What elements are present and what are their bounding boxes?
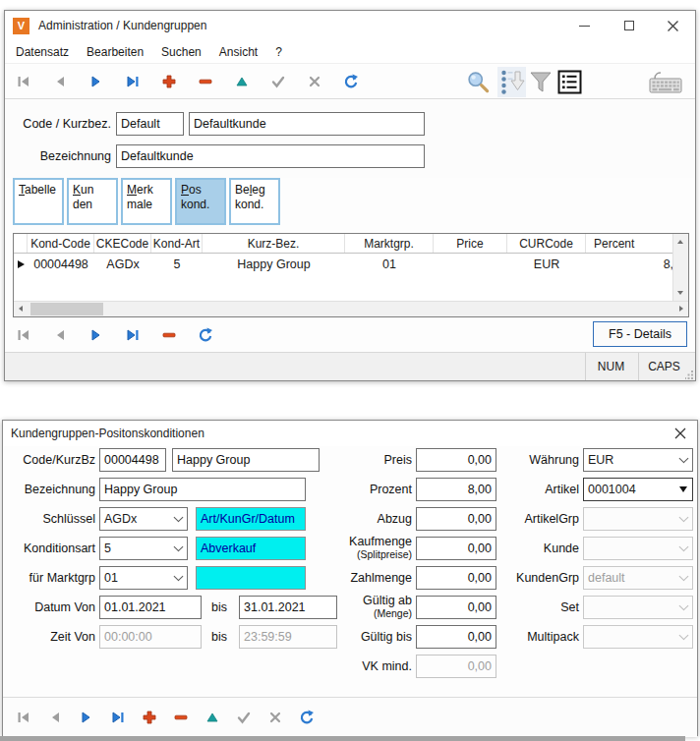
tab-kunden[interactable]: Kunden bbox=[67, 178, 118, 225]
vk-mind-field[interactable]: 0,00 bbox=[416, 655, 496, 678]
column-header[interactable]: Kond-Art bbox=[151, 234, 203, 253]
tab-label: abelle bbox=[25, 183, 56, 197]
bezeichnung-field[interactable]: Happy Group bbox=[99, 478, 306, 501]
cancel-button[interactable] bbox=[307, 74, 322, 89]
grid-next-button[interactable] bbox=[88, 327, 104, 343]
column-header[interactable]: CURCode bbox=[507, 234, 586, 253]
tab-accelerator: K bbox=[73, 183, 81, 197]
artikel-select[interactable]: 0001004 bbox=[583, 478, 693, 501]
grid-refresh-button[interactable] bbox=[198, 327, 213, 343]
grid-last-button[interactable] bbox=[125, 327, 141, 343]
dialog-close-button[interactable] bbox=[668, 423, 693, 444]
datum-bis-field[interactable]: 31.01.2021 bbox=[239, 596, 337, 619]
preis-field[interactable]: 0,00 bbox=[416, 448, 496, 472]
last-record-button[interactable] bbox=[125, 74, 141, 89]
close-button[interactable] bbox=[651, 11, 695, 40]
gueltig-bis-field[interactable]: 0,00 bbox=[416, 625, 496, 649]
menu-ansicht[interactable]: Ansicht bbox=[210, 43, 266, 61]
scroll-left-icon[interactable] bbox=[19, 306, 23, 312]
kaufmenge-label: Kaufmenge(Splitpreise) bbox=[327, 535, 412, 560]
grid-delete-button[interactable] bbox=[161, 327, 177, 343]
previous-record-button[interactable] bbox=[47, 710, 63, 725]
refresh-button[interactable] bbox=[343, 74, 359, 89]
next-record-button[interactable] bbox=[79, 710, 94, 725]
minimize-icon bbox=[579, 26, 590, 27]
horizontal-scrollbar[interactable] bbox=[14, 301, 688, 316]
schluessel-select[interactable]: AGDx bbox=[99, 507, 188, 531]
column-header[interactable]: Kurz-Bez. bbox=[203, 234, 345, 253]
column-header[interactable]: Marktgrp. bbox=[345, 234, 434, 253]
add-record-button[interactable] bbox=[142, 710, 157, 725]
first-record-button[interactable] bbox=[16, 710, 31, 725]
refresh-button[interactable] bbox=[299, 710, 315, 725]
abzug-field[interactable]: 0,00 bbox=[416, 507, 496, 531]
konditionsart-select[interactable]: 5 bbox=[99, 537, 188, 560]
sort-export-icon[interactable] bbox=[499, 69, 525, 94]
marktgrp-select[interactable]: 01 bbox=[99, 566, 188, 590]
list-view-icon[interactable] bbox=[557, 70, 582, 94]
menu-bar: Datensatz Bearbeiten Suchen Ansicht ? bbox=[7, 40, 695, 63]
cancel-button[interactable] bbox=[267, 710, 283, 725]
delete-record-button[interactable] bbox=[198, 74, 213, 89]
kaufmenge-field[interactable]: 0,00 bbox=[416, 537, 496, 560]
scroll-up-icon[interactable] bbox=[677, 240, 683, 244]
grid-first-button[interactable] bbox=[16, 327, 31, 343]
zeit-bis-field[interactable]: 23:59:59 bbox=[239, 625, 337, 649]
column-header[interactable]: Kond-Code bbox=[28, 234, 94, 253]
chevron-down-icon[interactable] bbox=[169, 508, 187, 530]
code-name-field[interactable]: Happy Group bbox=[172, 448, 320, 472]
tab-tabelle[interactable]: Tabelle bbox=[13, 178, 64, 225]
code-field[interactable]: Default bbox=[116, 112, 184, 136]
filter-icon[interactable] bbox=[529, 71, 553, 94]
waehrung-select[interactable]: EUR bbox=[583, 448, 693, 472]
f5-details-button[interactable]: F5 - Details bbox=[593, 321, 687, 347]
move-up-button[interactable] bbox=[204, 710, 220, 725]
scroll-down-icon[interactable] bbox=[677, 291, 683, 295]
main-window: V Administration / Kundengruppen Datensa… bbox=[4, 10, 696, 381]
tab-merkmale[interactable]: Merkmale bbox=[121, 178, 172, 225]
chevron-down-icon[interactable] bbox=[169, 567, 187, 589]
delete-record-button[interactable] bbox=[173, 710, 189, 725]
code-field[interactable]: 00004498 bbox=[99, 448, 166, 472]
first-record-button[interactable] bbox=[16, 74, 31, 89]
search-icon[interactable] bbox=[466, 70, 491, 94]
column-header[interactable]: CKECode bbox=[94, 234, 151, 253]
menu-suchen[interactable]: Suchen bbox=[152, 43, 210, 61]
menu-datensatz[interactable]: Datensatz bbox=[7, 43, 78, 61]
schluessel-label: Schlüssel bbox=[3, 507, 95, 531]
move-up-button[interactable] bbox=[234, 74, 250, 89]
bezeichnung-field[interactable]: Defaultkunde bbox=[116, 144, 425, 168]
menu-help[interactable]: ? bbox=[266, 43, 291, 61]
gueltig-ab-field[interactable]: 0,00 bbox=[416, 596, 496, 619]
dropdown-arrow-icon[interactable] bbox=[674, 479, 692, 500]
scrollbar-thumb[interactable] bbox=[30, 303, 103, 315]
last-record-button[interactable] bbox=[110, 710, 126, 725]
column-header[interactable]: Price bbox=[434, 234, 507, 253]
marktgrp-desc-field bbox=[196, 566, 306, 590]
header-form: Code / Kurzbez. Default Defaultkunde Bez… bbox=[5, 100, 695, 178]
grid-previous-button[interactable] bbox=[52, 327, 68, 343]
tab-pos-kond[interactable]: Poskond. bbox=[175, 178, 226, 225]
datum-von-field[interactable]: 01.01.2021 bbox=[99, 596, 202, 619]
next-record-button[interactable] bbox=[88, 74, 104, 89]
scroll-right-icon[interactable] bbox=[679, 306, 683, 312]
shortname-field[interactable]: Defaultkunde bbox=[189, 112, 425, 136]
previous-record-button[interactable] bbox=[52, 74, 68, 89]
accept-button[interactable] bbox=[236, 710, 252, 725]
add-record-button[interactable] bbox=[161, 74, 177, 89]
table-row[interactable]: 00004498 AGDx 5 Happy Group 01 EUR 8,00 bbox=[14, 254, 688, 275]
menu-bearbeiten[interactable]: Bearbeiten bbox=[78, 43, 152, 61]
zahlmenge-field[interactable]: 0,00 bbox=[416, 566, 496, 590]
zeit-von-field[interactable]: 00:00:00 bbox=[99, 625, 202, 649]
minimize-button[interactable] bbox=[562, 11, 607, 40]
tab-beleg-kond[interactable]: Belegkond. bbox=[229, 178, 280, 225]
prozent-field[interactable]: 8,00 bbox=[416, 478, 496, 501]
accept-button[interactable] bbox=[270, 74, 286, 89]
resize-grip-icon[interactable] bbox=[685, 370, 694, 379]
chevron-down-icon[interactable] bbox=[674, 449, 692, 471]
maximize-button[interactable] bbox=[607, 11, 651, 40]
cell-kond-code: 00004498 bbox=[28, 254, 94, 275]
chevron-down-icon[interactable] bbox=[169, 538, 187, 559]
vertical-scrollbar[interactable] bbox=[672, 234, 688, 301]
keyboard-icon[interactable] bbox=[648, 70, 683, 95]
